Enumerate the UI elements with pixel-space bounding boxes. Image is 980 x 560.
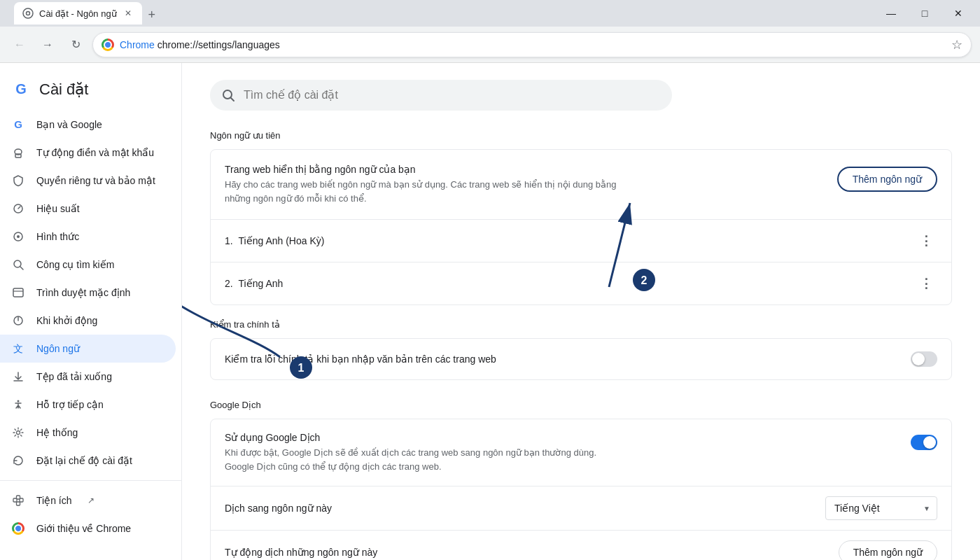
forward-button[interactable]: → bbox=[36, 34, 59, 56]
sidebar-item-quyen-rieng-tu[interactable]: Quyền riêng tư và bảo mật bbox=[0, 167, 176, 195]
translate-item-desc: Khi được bật, Google Dịch sẽ đề xuất dịc… bbox=[225, 446, 603, 473]
sidebar-item-hinh-thuc[interactable]: Hình thức bbox=[0, 223, 176, 251]
close-button[interactable]: ✕ bbox=[942, 0, 974, 27]
priority-language-title: Ngôn ngữ ưu tiên bbox=[210, 130, 952, 141]
back-button[interactable]: ← bbox=[8, 34, 31, 56]
sidebar-item-label: Giới thiệu về Chrome bbox=[36, 523, 131, 534]
sidebar-item-dat-lai[interactable]: Đặt lại chế độ cài đặt bbox=[0, 447, 176, 475]
nav-bar: ← → ↻ Chrome chrome://settings/languages… bbox=[0, 27, 980, 63]
translate-to-label: Dịch sang ngôn ngữ này bbox=[225, 503, 332, 514]
sidebar-item-label: Quyền riêng tư và bảo mật bbox=[36, 175, 155, 186]
google-logo-icon: G bbox=[11, 80, 31, 99]
browser-frame: Cài đặt - Ngôn ngữ ✕ + — □ ✕ ← → ↻ Chrom… bbox=[0, 0, 980, 560]
spell-check-item: Kiểm tra lỗi chính tả khi bạn nhập văn b… bbox=[211, 339, 951, 379]
language-2-menu-btn[interactable]: ⋮ bbox=[915, 272, 937, 295]
sidebar-item-ngon-ngu[interactable]: 文 Ngôn ngữ bbox=[0, 335, 176, 363]
content-area: G Cài đặt G Bạn và Google Tự động điền v… bbox=[0, 63, 980, 560]
title-bar: Cài đặt - Ngôn ngữ ✕ + — □ ✕ bbox=[0, 0, 980, 27]
extensions-icon bbox=[11, 493, 25, 507]
translate-to-row: Dịch sang ngôn ngữ này Tiếng Việt bbox=[211, 486, 951, 530]
translate-to-select[interactable]: Tiếng Việt bbox=[825, 496, 937, 520]
sidebar-item-label: Tiện ích bbox=[36, 495, 72, 506]
password-icon bbox=[11, 146, 25, 160]
sidebar-item-ho-tro-tiep-can[interactable]: Hỗ trợ tiếp cận bbox=[0, 391, 176, 419]
svg-point-17 bbox=[18, 400, 20, 402]
language-name-2: 2. Tiếng Anh bbox=[225, 278, 283, 289]
spell-check-toggle[interactable] bbox=[911, 351, 937, 367]
google-translate-card: Sử dụng Google Dịch Khi được bật, Google… bbox=[210, 419, 952, 560]
bookmark-icon[interactable]: ☆ bbox=[951, 37, 962, 52]
sidebar-item-khi-khoi-dong[interactable]: Khi khởi động bbox=[0, 307, 176, 335]
search-engine-icon bbox=[11, 258, 25, 272]
language-1-menu-btn[interactable]: ⋮ bbox=[915, 230, 937, 252]
sidebar-item-label: Khi khởi động bbox=[36, 315, 97, 326]
svg-line-24 bbox=[231, 98, 234, 101]
translate-item-title: Sử dụng Google Dịch bbox=[225, 432, 897, 443]
card-header-desc: Hãy cho các trang web biết ngôn ngữ mà b… bbox=[225, 178, 631, 205]
shield-icon bbox=[11, 174, 25, 188]
search-bar[interactable] bbox=[210, 80, 672, 111]
window-controls-right: — □ ✕ bbox=[875, 0, 974, 27]
language-select-wrapper: Tiếng Việt bbox=[825, 496, 937, 520]
svg-rect-22 bbox=[17, 502, 20, 505]
svg-text:文: 文 bbox=[13, 343, 23, 354]
about-chrome-icon bbox=[11, 522, 25, 536]
sidebar-item-label: Đặt lại chế độ cài đặt bbox=[36, 455, 132, 466]
sidebar-item-label: Trình duyệt mặc định bbox=[36, 287, 130, 298]
external-link-icon: ↗ bbox=[88, 496, 94, 505]
sidebar-item-tu-dong-dien[interactable]: Tự động điền và mật khẩu bbox=[0, 139, 176, 167]
sidebar-item-hieu-suat[interactable]: Hiệu suất bbox=[0, 195, 176, 223]
refresh-button[interactable]: ↻ bbox=[64, 34, 87, 56]
startup-icon bbox=[11, 314, 25, 328]
new-tab-button[interactable]: + bbox=[142, 5, 162, 24]
sidebar-item-gioi-thieu[interactable]: Giới thiệu về Chrome bbox=[0, 514, 176, 542]
card-header: Trang web hiển thị bằng ngôn ngữ của bạn… bbox=[211, 150, 951, 219]
address-bar[interactable]: Chrome chrome://settings/languages ☆ bbox=[92, 32, 972, 57]
sidebar-divider bbox=[0, 480, 181, 481]
main-panel: Ngôn ngữ ưu tiên Trang web hiển thị bằng… bbox=[182, 63, 980, 560]
svg-text:G: G bbox=[15, 81, 27, 97]
sidebar-item-trinh-duyet-mac-dinh[interactable]: Trình duyệt mặc định bbox=[0, 279, 176, 307]
spell-check-title: Kiểm tra chính tả bbox=[210, 319, 952, 330]
sidebar-item-tep-da-tai-xuong[interactable]: Tệp đã tải xuống bbox=[0, 363, 176, 391]
tab-bar: Cài đặt - Ngôn ngữ ✕ + bbox=[11, 2, 869, 24]
search-input[interactable] bbox=[244, 89, 661, 102]
spell-check-text: Kiểm tra lỗi chính tả khi bạn nhập văn b… bbox=[225, 354, 911, 365]
sidebar-header: G Cài đặt bbox=[0, 74, 181, 111]
language-item-2: 2. Tiếng Anh ⋮ bbox=[211, 262, 951, 304]
appearance-icon bbox=[11, 230, 25, 244]
tab-title: Cài đặt - Ngôn ngữ bbox=[39, 8, 117, 19]
priority-language-card: Trang web hiển thị bằng ngôn ngữ của bạn… bbox=[210, 149, 952, 305]
svg-rect-11 bbox=[13, 288, 23, 297]
add-language-button[interactable]: Thêm ngôn ngữ bbox=[837, 167, 937, 192]
google-translate-title: Google Dịch bbox=[210, 400, 952, 410]
add-auto-translate-lang-btn[interactable]: Thêm ngôn ngữ bbox=[839, 540, 937, 560]
sidebar-item-label: Hiệu suất bbox=[36, 203, 80, 214]
language-icon: 文 bbox=[11, 342, 25, 356]
svg-point-8 bbox=[17, 235, 20, 238]
sidebar-item-label: Bạn và Google bbox=[36, 119, 102, 130]
auto-translate-row: Tự động dịch những ngôn ngữ này Thêm ngô… bbox=[211, 530, 951, 560]
performance-icon bbox=[11, 202, 25, 216]
svg-rect-6 bbox=[15, 154, 21, 158]
card-header-text: Trang web hiển thị bằng ngôn ngữ của bạn… bbox=[225, 164, 823, 205]
minimize-button[interactable]: — bbox=[875, 0, 907, 27]
svg-text:G: G bbox=[14, 118, 22, 130]
google-translate-toggle[interactable] bbox=[911, 435, 937, 450]
svg-point-23 bbox=[223, 90, 232, 99]
download-icon bbox=[11, 370, 25, 384]
sidebar-item-label: Công cụ tìm kiếm bbox=[36, 259, 114, 270]
sidebar-item-tien-ich[interactable]: Tiện ích ↗ bbox=[0, 486, 176, 514]
sidebar-item-cong-cu-tim-kiem[interactable]: Công cụ tìm kiếm bbox=[0, 251, 176, 279]
use-google-translate-item: Sử dụng Google Dịch Khi được bật, Google… bbox=[211, 419, 951, 486]
sidebar-item-label: Hệ thống bbox=[36, 427, 78, 438]
maximize-button[interactable]: □ bbox=[909, 0, 941, 27]
active-tab[interactable]: Cài đặt - Ngôn ngữ ✕ bbox=[14, 2, 142, 24]
sidebar-item-he-thong[interactable]: Hệ thống bbox=[0, 419, 176, 447]
search-icon bbox=[221, 88, 235, 102]
auto-translate-label: Tự động dịch những ngôn ngữ này bbox=[225, 547, 377, 558]
sidebar-item-ban-va-google[interactable]: G Bạn và Google bbox=[0, 111, 176, 139]
tab-close-btn[interactable]: ✕ bbox=[122, 8, 134, 19]
card-header-title: Trang web hiển thị bằng ngôn ngữ của bạn bbox=[225, 164, 823, 175]
language-item-1: 1. Tiếng Anh (Hoa Kỳ) ⋮ bbox=[211, 219, 951, 262]
